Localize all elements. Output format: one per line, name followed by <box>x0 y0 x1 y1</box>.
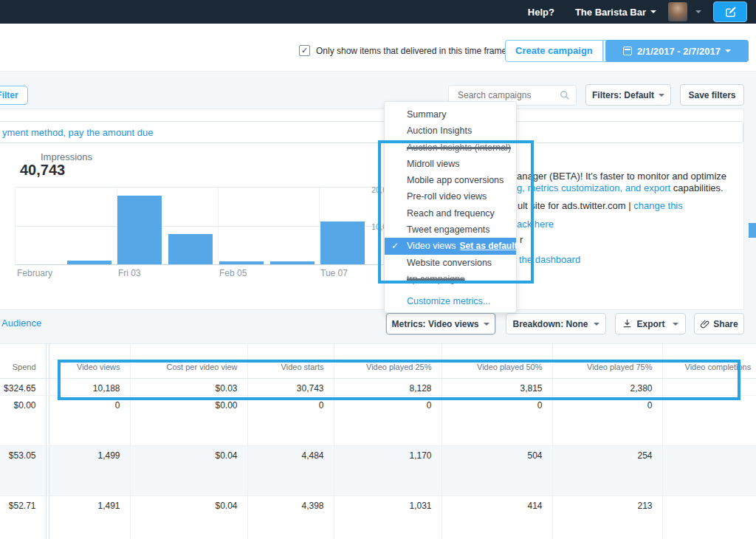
create-campaign-button[interactable]: Create campaign <box>505 40 603 62</box>
menu-item-pre-roll-video-views[interactable]: Pre-roll video views <box>385 188 516 205</box>
search-icon <box>560 90 570 100</box>
cell <box>662 495 756 539</box>
cell: 0 <box>49 395 130 445</box>
metrics-menu-items: SummaryAuction InsightsAuction Insights … <box>385 106 516 287</box>
table-row[interactable]: $52.711,491$0.044,3981,031414213 <box>0 495 756 539</box>
table-row[interactable]: $0.000$0.000000 <box>0 395 756 445</box>
chevron-down-icon <box>484 323 489 326</box>
set-as-default-link[interactable]: Set as default <box>459 241 517 251</box>
breakdown-selector-label: Breakdown: None <box>512 319 588 329</box>
promo-text: r <box>520 234 523 245</box>
menu-item-tweet-engagements[interactable]: Tweet engagements <box>385 222 516 238</box>
cell: $52.71 <box>0 495 46 539</box>
promo-link[interactable]: change this <box>633 200 683 211</box>
chart-bar-feb-04 <box>168 234 213 264</box>
audience-tab-link[interactable]: Audience <box>1 317 41 329</box>
checkmark-icon: ✓ <box>301 46 308 55</box>
account-name: The Barista Bar <box>575 7 646 18</box>
customize-metrics-link[interactable]: Customize metrics... <box>407 296 516 306</box>
filters-default-label: Filters: Default <box>592 90 654 100</box>
chevron-down-icon <box>725 49 731 52</box>
metrics-selector-button[interactable]: Metrics: Video views <box>386 313 495 334</box>
column-header-video-views[interactable]: Video views <box>49 344 130 378</box>
table-row[interactable]: $324.6510,188$0.0330,7438,1283,8152,380 <box>0 378 756 395</box>
account-menu[interactable]: The Barista Bar <box>575 7 656 18</box>
menu-item-label: trp campaigns <box>407 274 465 284</box>
export-button[interactable]: Export <box>615 313 686 334</box>
cell: 30,743 <box>247 378 334 395</box>
search-input[interactable] <box>456 89 555 101</box>
gridline <box>319 188 320 264</box>
delivered-filter-checkbox[interactable]: ✓ <box>299 45 310 56</box>
chart-bar-feb-05 <box>219 261 264 264</box>
save-filters-button[interactable]: Save filters <box>680 84 744 106</box>
compose-icon <box>724 6 737 18</box>
cell: 1,031 <box>334 495 441 539</box>
menu-item-summary[interactable]: Summary <box>385 106 516 123</box>
column-header-video-played-25[interactable]: Video played 25% <box>334 344 441 378</box>
share-icon <box>700 319 709 329</box>
menu-item-label: Mobile app conversions <box>407 175 504 185</box>
cell: 414 <box>441 495 552 539</box>
breakdown-selector-button[interactable]: Breakdown: None <box>506 313 606 334</box>
compose-tweet-button[interactable] <box>713 1 747 22</box>
x-axis-tick: Fri 03 <box>118 268 141 278</box>
table-row[interactable]: $53.051,499$0.044,4841,170504254 <box>0 445 756 495</box>
chevron-down-icon <box>659 94 664 97</box>
chevron-down-icon <box>594 323 599 326</box>
cell: 0 <box>247 395 334 445</box>
cell: 0 <box>334 395 441 445</box>
chevron-down-icon <box>673 323 678 326</box>
promo-text: anager (BETA)! It's faster to monitor an… <box>517 171 726 182</box>
menu-item-website-conversions[interactable]: Website conversions <box>385 255 516 271</box>
menu-item-midroll-views[interactable]: Midroll views <box>385 156 516 172</box>
date-range-picker[interactable]: 2/1/2017 - 2/7/2017 <box>605 40 749 62</box>
partially-visible-bar <box>749 223 756 238</box>
cell <box>662 395 756 445</box>
promo-text: ult site for ads.twitter.com | <box>518 200 633 211</box>
cell: $324.65 <box>0 378 46 395</box>
column-header-video-completions[interactable]: Video completions <box>662 344 756 378</box>
column-header-cost-per-video-view[interactable]: Cost per video view <box>130 344 247 378</box>
share-button[interactable]: Share <box>694 313 744 334</box>
cell: 3,815 <box>441 378 552 395</box>
x-axis-tick: February <box>17 268 52 278</box>
checkmark-icon: ✓ <box>391 238 399 254</box>
menu-item-label: Reach and frequency <box>407 208 495 219</box>
menu-item-auction-insights[interactable]: Auction Insights <box>385 123 516 139</box>
cell: $0.03 <box>130 378 247 395</box>
promo-link[interactable]: ack here <box>517 219 554 230</box>
menu-item-reach-and-frequency[interactable]: Reach and frequency <box>385 205 516 222</box>
help-link[interactable]: Help? <box>528 7 554 18</box>
table-header-row: SpendVideo viewsCost per video viewVideo… <box>0 344 756 378</box>
menu-item-video-views[interactable]: ✓Video viewsSet as default <box>385 238 516 254</box>
chevron-down-icon <box>695 10 701 13</box>
menu-item-label: Auction Insights <box>407 126 472 136</box>
menu-item-label: Tweet engagements <box>407 224 490 235</box>
avatar[interactable] <box>668 2 687 21</box>
chevron-down-icon <box>650 10 656 13</box>
chart-bar-fri-03 <box>117 196 162 264</box>
cell: 1,499 <box>49 445 130 495</box>
delivered-filter-label: Only show items that delivered in this t… <box>316 46 506 56</box>
profile-menu-toggle[interactable] <box>691 10 701 13</box>
filter-button[interactable]: Filter <box>0 86 28 105</box>
column-header-video-played-50[interactable]: Video played 50% <box>441 344 552 378</box>
menu-item-trp-campaigns[interactable]: trp campaigns <box>385 271 516 287</box>
menu-item-label: Website conversions <box>407 258 492 268</box>
column-header-spend[interactable]: Spend <box>0 344 46 378</box>
menu-item-auction-insights-internal[interactable]: Auction Insights (internal) <box>385 140 516 156</box>
column-header-video-played-75[interactable]: Video played 75% <box>552 344 662 378</box>
chart-bar-feb-02 <box>67 261 111 264</box>
cell: $0.04 <box>130 495 247 539</box>
menu-item-mobile-app-conversions[interactable]: Mobile app conversions <box>385 172 516 188</box>
share-label: Share <box>713 319 738 329</box>
promo-line: anager (BETA)! It's faster to monitor an… <box>517 171 726 182</box>
promo-line: the dashboard <box>519 254 580 265</box>
column-header-video-starts[interactable]: Video starts <box>247 344 334 378</box>
promo-link[interactable]: the dashboard <box>519 254 580 265</box>
payment-alert-link[interactable]: yment method, pay the amount due <box>2 127 154 138</box>
impressions-metric-value: 40,743 <box>20 162 65 179</box>
filters-default-button[interactable]: Filters: Default <box>585 84 671 106</box>
promo-link[interactable]: g, metrics customization, and export <box>517 182 670 193</box>
